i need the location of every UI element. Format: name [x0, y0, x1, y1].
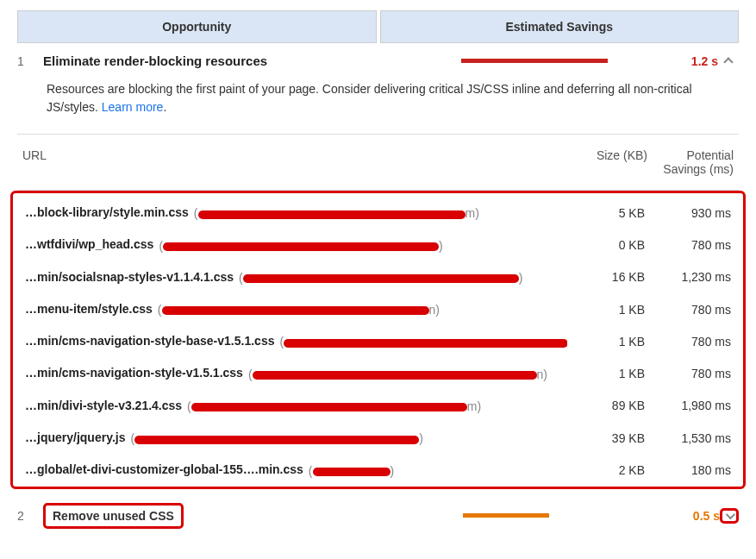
opportunity-row-2[interactable]: 2 Remove unused CSS 0.5 s — [0, 496, 756, 539]
resource-url: …min/divi-style-v3.21.4.css(m) — [25, 399, 567, 413]
resource-path: …min/cms-navigation-style-v1.5.1.css — [25, 366, 243, 380]
resource-origin-redacted: () — [239, 271, 522, 285]
resource-size: 16 KB — [567, 270, 645, 284]
opportunity-row-1[interactable]: 1 Eliminate render-blocking resources 1.… — [0, 43, 756, 75]
collapse-toggle[interactable] — [718, 54, 739, 68]
opportunity-time: 0.5 s — [677, 509, 720, 523]
resource-url: …block-library/style.min.css(m) — [25, 205, 567, 220]
redaction-mark — [191, 403, 467, 411]
resource-origin-redacted: () — [309, 464, 394, 478]
resource-size: 5 KB — [567, 206, 645, 220]
resource-size: 89 KB — [567, 399, 645, 412]
resources-table: URL Size (KB) Potential Savings (ms) — [17, 134, 739, 191]
opportunity-description: Resources are blocking the first paint o… — [0, 75, 756, 134]
opportunity-bar-wrap — [463, 513, 670, 518]
resource-size: 1 KB — [567, 335, 645, 349]
opportunity-time: 1.2 s — [675, 54, 718, 68]
redaction-mark — [243, 274, 519, 283]
redaction-mark — [253, 371, 537, 380]
resource-origin-redacted: () — [130, 431, 422, 445]
table-header-row: Opportunity Estimated Savings — [17, 10, 739, 43]
opportunity-title: Remove unused CSS — [53, 509, 174, 523]
resources-table-header: URL Size (KB) Potential Savings (ms) — [17, 135, 739, 191]
resource-savings: 930 ms — [645, 206, 731, 220]
resource-savings: 780 ms — [645, 335, 731, 349]
resource-list-highlighted: …block-library/style.min.css(m)5 KB930 m… — [10, 191, 746, 489]
resource-savings: 1,530 ms — [645, 431, 731, 445]
redaction-mark — [284, 339, 567, 348]
redaction-mark — [163, 242, 439, 251]
resource-path: …block-library/style.min.css — [25, 205, 189, 219]
resource-row: …block-library/style.min.css(m)5 KB930 m… — [13, 197, 743, 229]
resource-savings: 780 ms — [645, 303, 731, 317]
resource-url: …jquery/jquery.js() — [25, 430, 567, 445]
resource-size: 39 KB — [567, 431, 645, 445]
remove-unused-css-highlighted: Remove unused CSS — [43, 503, 184, 529]
resource-savings: 1,230 ms — [645, 270, 731, 284]
resource-path: …min/socialsnap-styles-v1.1.4.1.css — [25, 270, 234, 284]
opportunity-number: 1 — [17, 54, 43, 68]
resource-url: …min/socialsnap-styles-v1.1.4.1.css() — [25, 270, 567, 285]
resource-size: 1 KB — [567, 367, 645, 380]
col-size-header: Size (KB) — [570, 148, 647, 176]
redaction-mark — [198, 210, 465, 219]
opportunity-title-wrap: Remove unused CSS — [43, 503, 463, 529]
opportunity-bar — [463, 513, 549, 518]
col-url-header: URL — [22, 148, 570, 176]
resource-path: …min/divi-style-v3.21.4.css — [25, 399, 182, 412]
resource-path: …global/et-divi-customizer-global-155….m… — [25, 462, 303, 476]
header-opportunity: Opportunity — [17, 10, 377, 43]
resource-row: …menu-item/style.css(n)1 KB780 ms — [13, 293, 743, 325]
resource-url: …menu-item/style.css(n) — [25, 302, 567, 317]
resource-row: …min/cms-navigation-style-base-v1.5.1.cs… — [13, 325, 743, 357]
chevron-up-icon — [723, 57, 733, 66]
resource-path: …wtfdivi/wp_head.css — [25, 237, 153, 251]
resource-row: …wtfdivi/wp_head.css()0 KB780 ms — [13, 229, 743, 261]
resource-origin-redacted: (n) — [158, 303, 440, 317]
resource-savings: 1,980 ms — [645, 399, 731, 412]
resource-origin-redacted: (m) — [194, 206, 479, 220]
resource-savings: 780 ms — [645, 367, 731, 380]
redaction-mark — [313, 468, 390, 476]
opportunity-number: 2 — [17, 509, 43, 523]
opportunity-title: Eliminate render-blocking resources — [43, 53, 461, 68]
resource-url: …global/et-divi-customizer-global-155….m… — [25, 462, 567, 477]
learn-more-link[interactable]: Learn more — [102, 100, 164, 114]
opportunity-bar-wrap — [461, 59, 668, 63]
resource-origin-redacted: (m) — [187, 399, 481, 413]
resource-size: 2 KB — [567, 463, 645, 477]
redaction-mark — [134, 436, 419, 444]
time-box-highlighted — [720, 508, 739, 524]
opportunity-bar — [461, 59, 608, 63]
resource-path: …menu-item/style.css — [25, 302, 153, 316]
resource-url: …wtfdivi/wp_head.css() — [25, 237, 567, 252]
resource-path: …jquery/jquery.js — [25, 430, 125, 444]
description-suffix: . — [163, 100, 166, 114]
col-savings-header: Potential Savings (ms) — [647, 148, 734, 176]
redaction-mark — [162, 306, 429, 315]
resource-savings: 180 ms — [645, 463, 731, 477]
resource-size: 0 KB — [567, 238, 645, 252]
chevron-down-icon — [726, 510, 735, 519]
resource-row: …min/divi-style-v3.21.4.css(m)89 KB1,980… — [13, 390, 743, 422]
resource-path: …min/cms-navigation-style-base-v1.5.1.cs… — [25, 334, 274, 348]
resource-row: …min/socialsnap-styles-v1.1.4.1.css()16 … — [13, 261, 743, 293]
resource-origin-redacted: () — [159, 239, 442, 253]
resource-savings: 780 ms — [645, 238, 731, 252]
resource-origin-redacted: (n) — [248, 367, 547, 381]
resource-row: …min/cms-navigation-style-v1.5.1.css(n)1… — [13, 357, 743, 389]
header-savings: Estimated Savings — [380, 10, 740, 43]
resource-url: …min/cms-navigation-style-v1.5.1.css(n) — [25, 366, 567, 380]
resource-size: 1 KB — [567, 303, 645, 317]
resource-row: …global/et-divi-customizer-global-155….m… — [13, 454, 743, 486]
resource-origin-redacted: () — [279, 335, 567, 349]
resource-url: …min/cms-navigation-style-base-v1.5.1.cs… — [25, 334, 567, 349]
resource-row: …jquery/jquery.js()39 KB1,530 ms — [13, 422, 743, 454]
